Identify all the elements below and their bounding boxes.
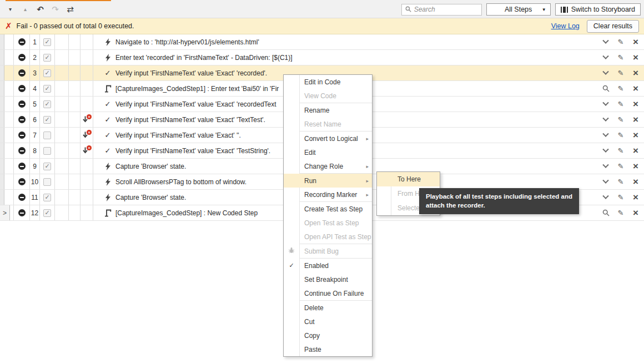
delete-step-icon[interactable]: × — [632, 208, 640, 218]
convert-step-icon[interactable]: ⇄ — [63, 2, 78, 17]
checkbox-checked[interactable]: ✓ — [43, 116, 51, 124]
search-box[interactable] — [401, 4, 482, 16]
row-handle[interactable] — [0, 50, 4, 65]
row-expander[interactable]: > — [0, 205, 10, 220]
menu-item-reset-name[interactable]: Reset Name — [284, 117, 372, 131]
search-input[interactable] — [414, 6, 478, 13]
delete-step-icon[interactable]: × — [632, 115, 640, 124]
checkbox-checked[interactable]: ✓ — [43, 38, 51, 46]
expand-step-chevron-icon[interactable] — [602, 180, 610, 184]
menu-item-edit[interactable]: Edit — [284, 145, 372, 159]
delete-step-icon[interactable]: × — [632, 99, 640, 109]
minus-circle-icon[interactable] — [18, 54, 26, 61]
expand-step-chevron-icon[interactable] — [602, 55, 610, 60]
menu-item-cut[interactable]: Cut — [284, 315, 372, 328]
row-handle[interactable] — [0, 174, 4, 189]
dropdown-caret-icon[interactable]: ▾ — [3, 2, 18, 17]
delete-step-icon[interactable]: × — [632, 37, 640, 47]
menu-item-open-api-test-as-step[interactable]: Open API Test as Step — [284, 230, 372, 244]
row-handle[interactable] — [0, 112, 4, 127]
minus-circle-icon[interactable] — [18, 116, 26, 123]
steps-filter-dropdown[interactable]: All Steps ▼ — [486, 3, 551, 16]
edit-step-icon[interactable]: ✎ — [617, 38, 625, 46]
expand-step-chevron-icon[interactable] — [602, 71, 610, 75]
menu-item-set-breakpoint[interactable]: Set Breakpoint — [284, 272, 372, 286]
minus-circle-icon[interactable] — [18, 38, 26, 46]
row-handle[interactable] — [0, 190, 4, 205]
delete-step-icon[interactable]: × — [632, 177, 640, 186]
checkbox-checked[interactable]: ✓ — [43, 85, 51, 93]
menu-item-delete[interactable]: Delete — [284, 301, 372, 315]
row-handle[interactable] — [0, 159, 4, 174]
edit-step-icon[interactable]: ✎ — [617, 209, 625, 217]
collapse-caret-icon[interactable]: ▴ — [18, 2, 33, 17]
step-description-cell[interactable]: Navigate to : 'http://at-hyperv01/js/ele… — [93, 34, 644, 49]
minus-circle-icon[interactable] — [18, 163, 26, 170]
menu-item-convert-to-logical[interactable]: Convert to Logical▸ — [284, 132, 372, 145]
expand-step-chevron-icon[interactable] — [602, 118, 610, 122]
menu-item-enabled[interactable]: ✓Enabled — [284, 259, 372, 272]
menu-item-to-here[interactable]: To Here — [377, 172, 440, 186]
menu-item-run[interactable]: Run▸ — [284, 174, 372, 188]
row-handle[interactable] — [0, 128, 4, 143]
switch-to-storyboard-button[interactable]: Switch to Storyboard — [555, 3, 641, 16]
menu-item-view-code[interactable]: View Code — [284, 89, 372, 103]
minus-circle-icon[interactable] — [18, 100, 26, 108]
delete-step-icon[interactable]: × — [632, 84, 640, 93]
edit-step-icon[interactable]: ✎ — [617, 131, 625, 139]
checkbox-checked[interactable]: ✓ — [43, 54, 51, 62]
row-handle[interactable] — [0, 81, 4, 96]
menu-item-submit-bug[interactable]: Submit Bug — [284, 244, 372, 258]
delete-step-icon[interactable]: × — [632, 161, 640, 171]
step-row[interactable]: 2✓Enter text 'recorded' in 'FirstNameTex… — [0, 50, 644, 65]
expand-step-chevron-icon[interactable] — [602, 133, 610, 138]
minus-circle-icon[interactable] — [18, 209, 26, 216]
zoom-step-icon[interactable] — [602, 85, 610, 92]
delete-step-icon[interactable]: × — [632, 146, 640, 155]
minus-circle-icon[interactable] — [18, 85, 26, 92]
step-row[interactable]: 1✓Navigate to : 'http://at-hyperv01/js/e… — [0, 34, 644, 50]
menu-item-continue-on-failure[interactable]: Continue On Failure — [284, 286, 372, 300]
edit-step-icon[interactable]: ✎ — [617, 69, 625, 77]
redo-icon[interactable]: ↷ — [48, 2, 63, 17]
step-description-cell[interactable]: Enter text 'recorded' in 'FirstNameText'… — [93, 50, 644, 65]
row-handle[interactable] — [0, 65, 4, 80]
edit-step-icon[interactable]: ✎ — [617, 178, 625, 186]
minus-circle-icon[interactable] — [18, 178, 26, 185]
zoom-step-icon[interactable] — [602, 209, 610, 216]
edit-step-icon[interactable]: ✎ — [617, 84, 625, 93]
delete-step-icon[interactable]: × — [632, 130, 640, 140]
edit-step-icon[interactable]: ✎ — [617, 162, 625, 170]
delete-step-icon[interactable]: × — [632, 53, 640, 62]
checkbox-checked[interactable]: ✓ — [43, 163, 51, 170]
checkbox-checked[interactable]: ✓ — [43, 69, 51, 77]
menu-item-change-role[interactable]: Change Role▸ — [284, 159, 372, 173]
expand-step-chevron-icon[interactable] — [602, 40, 610, 44]
expand-step-chevron-icon[interactable] — [602, 149, 610, 153]
minus-circle-icon[interactable] — [18, 132, 26, 139]
minus-circle-icon[interactable] — [18, 147, 26, 154]
minus-circle-icon[interactable] — [18, 69, 26, 77]
checkbox-checked[interactable]: ✓ — [43, 209, 51, 217]
edit-step-icon[interactable]: ✎ — [617, 193, 625, 201]
row-handle[interactable] — [0, 97, 4, 112]
menu-item-paste[interactable]: Paste — [284, 342, 372, 356]
expand-step-chevron-icon[interactable] — [602, 164, 610, 169]
menu-item-copy[interactable]: Copy — [284, 328, 372, 342]
delete-step-icon[interactable]: × — [632, 68, 640, 78]
edit-step-icon[interactable]: ✎ — [617, 146, 625, 155]
checkbox-unchecked[interactable] — [43, 132, 51, 139]
edit-step-icon[interactable]: ✎ — [617, 53, 625, 62]
edit-step-icon[interactable]: ✎ — [617, 100, 625, 108]
checkbox-checked[interactable]: ✓ — [43, 100, 51, 108]
undo-icon[interactable]: ↶ — [33, 2, 48, 17]
menu-item-rename[interactable]: Rename — [284, 103, 372, 117]
checkbox-checked[interactable]: ✓ — [43, 194, 51, 201]
menu-item-open-test-as-step[interactable]: Open Test as Step — [284, 216, 372, 230]
row-handle[interactable] — [0, 143, 4, 158]
delete-step-icon[interactable]: × — [632, 193, 640, 202]
row-handle[interactable] — [0, 34, 4, 49]
expand-step-chevron-icon[interactable] — [602, 195, 610, 200]
clear-results-button[interactable]: Clear results — [587, 20, 639, 33]
menu-item-recording-marker[interactable]: Recording Marker▸ — [284, 188, 372, 201]
